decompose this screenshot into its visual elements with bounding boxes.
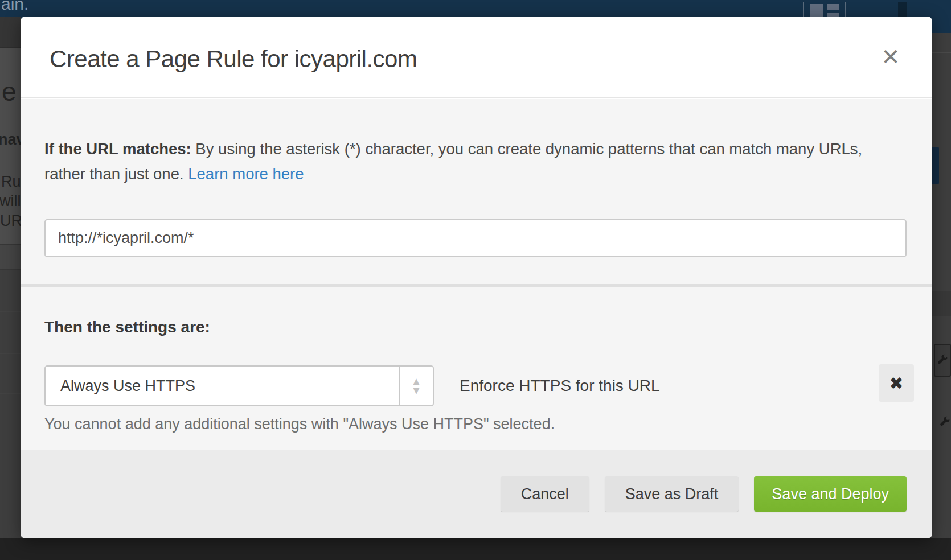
setting-select[interactable]: Always Use HTTPS ▲ ▼ bbox=[44, 365, 434, 406]
chevron-down-icon: ▼ bbox=[413, 386, 420, 394]
wrench-icon bbox=[934, 344, 951, 377]
remove-setting-button[interactable]: ✖ bbox=[879, 364, 914, 402]
modal-body: If the URL matches: By using the asteris… bbox=[21, 99, 932, 467]
section-divider bbox=[21, 284, 932, 287]
settings-heading: Then the settings are: bbox=[44, 318, 210, 336]
background-subnav-strip bbox=[0, 17, 21, 48]
background-table-header-strip bbox=[932, 291, 951, 316]
chevron-up-icon: ▲ bbox=[413, 377, 420, 385]
cancel-button[interactable]: Cancel bbox=[501, 476, 589, 512]
background-row-divider bbox=[0, 393, 21, 394]
url-match-label: If the URL matches: bbox=[44, 140, 191, 158]
url-pattern-input[interactable] bbox=[44, 219, 907, 257]
background-content-strip: e nav Ru will UR bbox=[0, 48, 21, 244]
screen: ain. e nav Ru will UR bbox=[0, 0, 951, 560]
background-text-fragment: UR bbox=[0, 212, 22, 230]
url-match-paragraph: If the URL matches: By using the asteris… bbox=[44, 137, 888, 187]
modal-title: Create a Page Rule for icyapril.com bbox=[50, 46, 417, 73]
background-row-divider bbox=[0, 353, 21, 354]
background-heading-fragment: e bbox=[2, 76, 17, 107]
create-page-rule-modal: Create a Page Rule for icyapril.com ✕ If… bbox=[21, 17, 932, 538]
background-row-divider bbox=[932, 52, 951, 53]
remove-icon: ✖ bbox=[889, 373, 903, 393]
background-row-divider bbox=[0, 311, 21, 312]
learn-more-link[interactable]: Learn more here bbox=[188, 165, 304, 183]
wrench-icon bbox=[937, 407, 951, 437]
layout-rows-icon bbox=[827, 4, 839, 10]
background-text-fragment: Ru bbox=[1, 173, 21, 191]
background-clipped-text: ain. bbox=[1, 0, 28, 14]
background-table-header-strip bbox=[0, 244, 21, 270]
modal-header: Create a Page Rule for icyapril.com ✕ bbox=[21, 17, 932, 98]
background-text-fragment: will bbox=[0, 192, 21, 210]
background-footer-strip bbox=[0, 538, 951, 560]
setting-description: Enforce HTTPS for this URL bbox=[460, 365, 660, 406]
modal-footer: Cancel Save as Draft Save and Deploy bbox=[21, 450, 932, 538]
save-and-deploy-button[interactable]: Save and Deploy bbox=[754, 476, 907, 512]
close-icon[interactable]: ✕ bbox=[877, 43, 904, 71]
save-as-draft-button[interactable]: Save as Draft bbox=[605, 476, 739, 512]
background-primary-button-fragment bbox=[930, 147, 939, 184]
setting-select-value: Always Use HTTPS bbox=[60, 367, 195, 405]
setting-note: You cannot add any additional settings w… bbox=[44, 415, 555, 433]
select-arrows: ▲ ▼ bbox=[399, 367, 433, 405]
